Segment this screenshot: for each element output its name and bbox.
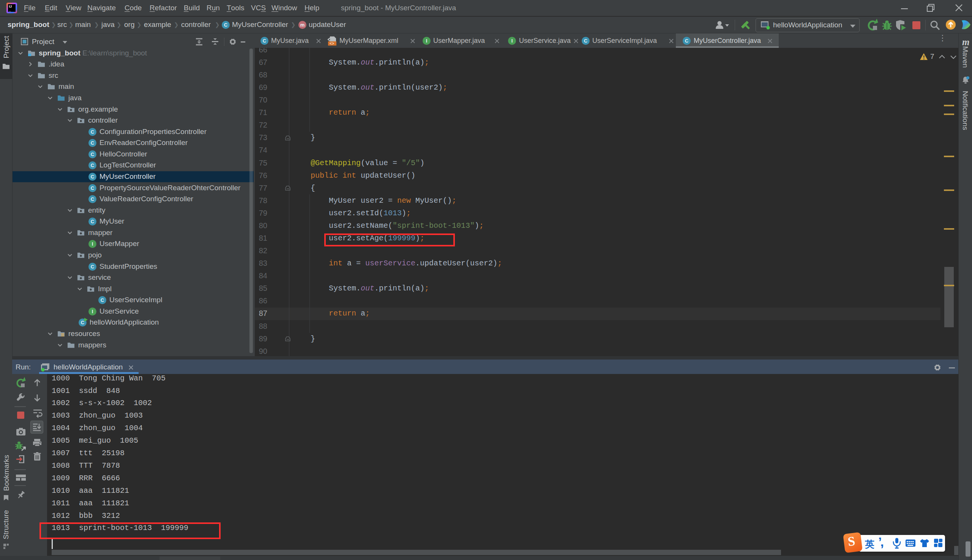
svg-text:<>: <>	[330, 42, 334, 46]
